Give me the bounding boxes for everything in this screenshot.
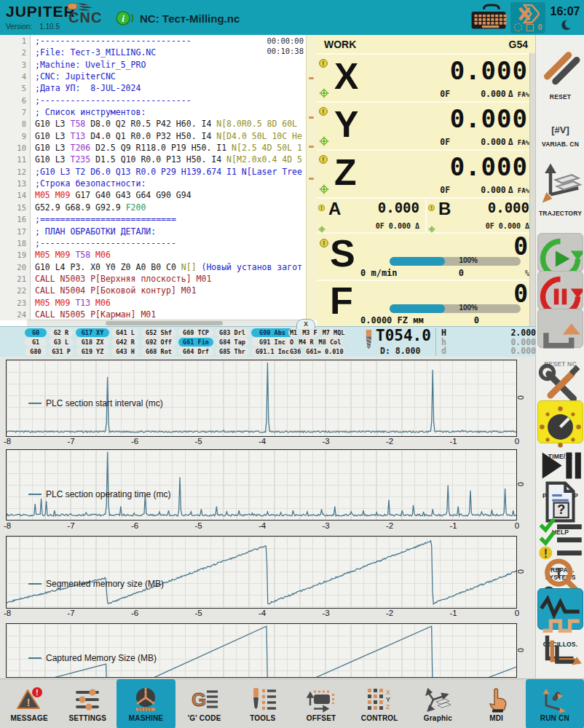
code-vertical-scrollbar[interactable] <box>306 35 317 320</box>
spindle-row[interactable]: ! S 0 100% 0 m/min 0 % <box>317 234 535 281</box>
modal-badge[interactable]: G3 L <box>49 338 74 347</box>
code-line[interactable]: 4 ;CNC: JupiterCNC <box>0 71 307 82</box>
code-horizontal-scrollbar[interactable] <box>27 320 307 326</box>
oscilloscope-chart[interactable]: PLC section start interval (mc) <box>6 360 517 437</box>
code-line[interactable]: 14 M05 M09 G17 G40 G43 G64 G90 G94 <box>0 189 307 201</box>
modal-badge[interactable]: O <box>288 338 295 347</box>
modal-badge[interactable]: G69 TCP <box>178 328 213 337</box>
code-line[interactable]: 7 ; Список инструментов: <box>0 106 307 118</box>
small-axis-cell[interactable]: ! A 0.000 0F 0.000 Δ <box>317 199 425 232</box>
modal-badge[interactable]: G18 ZX <box>76 338 109 347</box>
sidebar-item-run-nc[interactable]: RUN NC <box>537 233 583 272</box>
modal-badge[interactable]: G1 <box>25 338 47 347</box>
code-line[interactable]: 5 ;Дата УП: 8-JUL-2024 <box>0 82 307 94</box>
sidebar-item-time-1x[interactable]: TIME/1x <box>537 400 583 443</box>
oscilloscope-panel[interactable]: PLC section start interval (mc) 0 PLC se… <box>0 357 535 678</box>
modal-badge[interactable]: M8 Col <box>317 338 343 347</box>
modal-badge[interactable]: G31 P <box>49 347 74 356</box>
toolbar-item-run-cn[interactable]: RUN CN <box>526 679 584 728</box>
code-line[interactable]: 13 ;Строка безопастности: <box>0 178 307 189</box>
modal-badge[interactable]: M3 F <box>301 328 318 337</box>
modal-badge[interactable]: G36 <box>288 347 302 356</box>
modal-badge[interactable]: G0 <box>25 328 47 337</box>
toolbar-item-mashine[interactable]: MASHINE <box>117 679 175 728</box>
oscilloscope-chart[interactable]: Captured Memory Size (MB) <box>6 623 517 678</box>
toolbar-item-message[interactable]: !! MESSAGE <box>0 679 58 728</box>
modal-badge[interactable]: G42 R <box>111 338 139 347</box>
code-line[interactable]: 23 M05 M09 T13 M06 <box>0 297 307 309</box>
feed-override-bar[interactable]: 100% <box>390 304 521 313</box>
toolbar-item-settings[interactable]: SETTINGS <box>58 679 117 728</box>
crosshair-icon[interactable] <box>318 223 325 230</box>
toolbar-item-graphic[interactable]: Graphic <box>409 679 467 728</box>
modal-badge[interactable]: M7 MQL <box>321 328 347 337</box>
code-line[interactable]: 2 ;File: Тест-3_MILLING.NC <box>0 47 307 58</box>
sidebar-item-pause-nc[interactable]: PAUSE NC <box>537 271 583 310</box>
crosshair-icon[interactable] <box>319 136 329 146</box>
sidebar-item-reset-nc[interactable]: RESET NC <box>537 309 583 348</box>
code-line[interactable]: 6 ;------------------------------ <box>0 95 307 106</box>
code-line[interactable]: 3 ;Machine: Uvelir_5_PRO <box>0 59 307 71</box>
modal-badge[interactable]: G91 Inc <box>251 338 293 347</box>
modal-badge[interactable]: G83 Drl <box>216 328 249 337</box>
modal-badge[interactable]: G61= 0.010 <box>304 347 344 356</box>
small-axis-cell[interactable]: ! B 0.000 0F 0.000 Δ <box>425 199 535 232</box>
modal-badge[interactable]: G41 L <box>111 328 139 337</box>
modal-badge[interactable]: M1 <box>288 328 299 337</box>
oscilloscope-chart[interactable]: PLC section operating time (mc) <box>6 449 517 521</box>
crosshair-icon[interactable] <box>428 223 435 230</box>
toolbar-item-control[interactable]: XYZ CONTROL <box>350 679 409 728</box>
code-line[interactable]: 21 CALL N5003 P[Верхняя плоскость] M01 <box>0 273 307 285</box>
toolbar-item-g-code[interactable]: G 'G' CODE <box>175 679 234 728</box>
toolbar-item-mdi[interactable]: MDI <box>467 679 526 728</box>
code-line[interactable]: 9 G10 L3 T13 D4.0 Q1 R0.0 P32 H50. I4 N[… <box>0 130 307 142</box>
toolbar-item-tools[interactable]: TOOLS <box>234 679 292 728</box>
sidebar-item-oscillos[interactable]: OSCILLOS. <box>537 588 583 630</box>
strip-close-tab[interactable]: X <box>296 319 315 329</box>
code-line[interactable]: 12 ;G10 L3 T2 D6.0 Q13 R0.0 P29 H139.674… <box>0 166 307 178</box>
code-line[interactable]: 15 G52.9 G68.9 G92.9 F200 <box>0 202 307 213</box>
gcode-editor[interactable]: 1 ;------------------------------ 2 ;Fil… <box>0 35 317 326</box>
code-line[interactable]: 22 CALL N5004 P[Боковой контур] M01 <box>0 285 307 296</box>
axis-row[interactable]: ! Z 0.000 0F 0.000 Δ FA% <box>317 151 535 199</box>
crosshair-icon[interactable] <box>319 184 329 194</box>
code-line[interactable]: 18 ;--------------------------- <box>0 237 307 249</box>
modal-badge[interactable]: G2 R <box>49 328 74 337</box>
modal-badge[interactable]: G17 XY <box>76 328 109 337</box>
code-line[interactable]: 11 G10 L3 T235 D1.5 Q10 R0.0 P13 H50. I4… <box>0 154 307 165</box>
feed-row[interactable]: F 0 100% 0.0000 FZ мм 0 <box>317 281 535 328</box>
modal-badge[interactable]: G80 <box>25 347 47 356</box>
coord-scrollbar[interactable] <box>529 53 535 326</box>
code-line[interactable]: 24 CALL N5005 P[Карман] M01 <box>0 309 307 320</box>
sidebar-item-trajectory[interactable]: TRAJECTORY <box>537 160 583 217</box>
active-tool-block[interactable]: T054.0 D: 8.000 <box>364 328 431 356</box>
oscilloscope-chart[interactable]: Segmented memory size (MB) <box>6 536 517 609</box>
sidebar-item-variab-cn[interactable]: [#V] VARIAB. CN <box>537 121 583 148</box>
axis-row[interactable]: ! X 0.000 0F 0.000 Δ FA% <box>317 55 535 103</box>
modal-badge[interactable]: G68 Rot <box>141 347 176 356</box>
code-line[interactable]: 16 ;=========================== <box>0 213 307 225</box>
close-app-button[interactable]: 0 <box>510 2 545 33</box>
code-line[interactable]: 1 ;------------------------------ <box>0 35 307 47</box>
code-line[interactable]: 19 M05 M09 T58 M06 <box>0 249 307 261</box>
modal-badge[interactable]: G91.1 Inc <box>251 347 293 356</box>
info-icon[interactable]: i <box>115 9 134 28</box>
modal-badge[interactable]: G61 Fin <box>178 338 213 347</box>
code-line[interactable]: 17 ; ПЛАН ОБРАБОТКИ ДЕТАЛИ: <box>0 226 307 237</box>
code-line[interactable]: 8 G10 L3 T58 D8.0 Q2 R0.5 P42 H60. I4 N[… <box>0 118 307 130</box>
toolbar-item-offset[interactable]: OFFSET <box>292 679 350 728</box>
sidebar-item-reset[interactable]: RESET <box>537 44 583 100</box>
modal-badge[interactable]: M4 R <box>297 338 315 347</box>
crosshair-icon[interactable] <box>319 88 329 98</box>
modal-badge[interactable]: G43 H <box>111 347 139 356</box>
spindle-override-bar[interactable]: 100% <box>390 257 521 266</box>
modal-badge[interactable]: G19 YZ <box>76 347 109 356</box>
modal-badge[interactable]: G64 Drf <box>178 347 213 356</box>
axis-row[interactable]: ! Y 0.000 0F 0.000 Δ FA% <box>317 103 535 151</box>
modal-badge[interactable]: G52 Shf <box>141 328 176 337</box>
g54-label[interactable]: G54 <box>509 39 528 50</box>
modal-badge[interactable]: G85 Thr <box>216 347 249 356</box>
modal-badge[interactable]: G84 Tap <box>216 338 249 347</box>
modal-badge[interactable]: G90 Abs <box>251 328 293 337</box>
modal-badge[interactable]: G92 Off <box>141 338 176 347</box>
